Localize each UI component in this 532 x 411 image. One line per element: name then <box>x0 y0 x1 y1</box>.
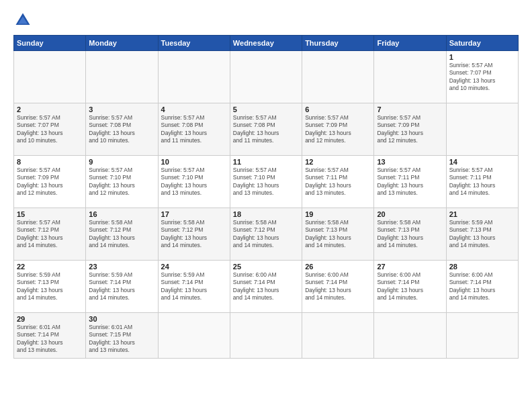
day-number: 29 <box>17 315 83 323</box>
day-info: Sunrise: 5:57 AMSunset: 7:10 PMDaylight:… <box>89 167 135 196</box>
calendar-cell <box>374 51 446 103</box>
calendar-cell <box>446 103 518 156</box>
calendar-cell: 7Sunrise: 5:57 AMSunset: 7:09 PMDaylight… <box>374 103 446 156</box>
day-info: Sunrise: 5:57 AMSunset: 7:10 PMDaylight:… <box>161 167 208 196</box>
day-info: Sunrise: 5:58 AMSunset: 7:13 PMDaylight:… <box>377 219 423 248</box>
day-number: 22 <box>17 263 83 271</box>
calendar-cell: 24Sunrise: 5:59 AMSunset: 7:14 PMDayligh… <box>158 261 230 313</box>
calendar-cell: 8Sunrise: 5:57 AMSunset: 7:09 PMDaylight… <box>14 156 86 208</box>
col-header-sunday: Sunday <box>14 36 86 51</box>
col-header-monday: Monday <box>86 36 158 51</box>
logo <box>13 11 35 30</box>
calendar-cell: 2Sunrise: 5:57 AMSunset: 7:07 PMDaylight… <box>14 103 86 156</box>
day-info: Sunrise: 6:00 AMSunset: 7:14 PMDaylight:… <box>305 271 351 301</box>
col-header-friday: Friday <box>374 36 446 51</box>
calendar-cell: 14Sunrise: 5:57 AMSunset: 7:11 PMDayligh… <box>446 156 518 208</box>
day-number: 15 <box>17 210 83 218</box>
day-number: 11 <box>233 158 299 166</box>
day-info: Sunrise: 5:57 AMSunset: 7:07 PMDaylight:… <box>449 62 496 91</box>
calendar: SundayMondayTuesdayWednesdayThursdayFrid… <box>13 35 519 359</box>
calendar-cell: 17Sunrise: 5:58 AMSunset: 7:12 PMDayligh… <box>158 208 230 261</box>
calendar-cell <box>302 313 374 359</box>
day-number: 10 <box>161 158 227 166</box>
calendar-cell: 15Sunrise: 5:57 AMSunset: 7:12 PMDayligh… <box>14 208 86 261</box>
calendar-cell: 28Sunrise: 6:00 AMSunset: 7:14 PMDayligh… <box>446 261 518 313</box>
day-number: 14 <box>449 158 515 166</box>
day-info: Sunrise: 5:57 AMSunset: 7:12 PMDaylight:… <box>17 219 63 248</box>
logo-icon <box>13 11 32 30</box>
calendar-cell <box>158 313 230 359</box>
day-info: Sunrise: 6:01 AMSunset: 7:15 PMDaylight:… <box>89 324 135 353</box>
week-row-5: 22Sunrise: 5:59 AMSunset: 7:13 PMDayligh… <box>14 261 519 313</box>
day-number: 18 <box>233 210 299 218</box>
day-number: 6 <box>305 105 371 113</box>
day-number: 20 <box>377 210 443 218</box>
col-header-tuesday: Tuesday <box>158 36 230 51</box>
calendar-cell <box>374 313 446 359</box>
day-info: Sunrise: 6:00 AMSunset: 7:14 PMDaylight:… <box>449 271 496 301</box>
day-info: Sunrise: 5:57 AMSunset: 7:09 PMDaylight:… <box>17 167 63 196</box>
day-info: Sunrise: 5:57 AMSunset: 7:11 PMDaylight:… <box>305 167 351 196</box>
calendar-cell: 4Sunrise: 5:57 AMSunset: 7:08 PMDaylight… <box>158 103 230 156</box>
day-number: 27 <box>377 263 443 271</box>
day-number: 12 <box>305 158 371 166</box>
week-row-1: 1Sunrise: 5:57 AMSunset: 7:07 PMDaylight… <box>14 51 519 103</box>
day-number: 24 <box>161 263 227 271</box>
day-number: 19 <box>305 210 371 218</box>
calendar-cell <box>302 51 374 103</box>
day-number: 5 <box>233 105 299 113</box>
calendar-cell: 22Sunrise: 5:59 AMSunset: 7:13 PMDayligh… <box>14 261 86 313</box>
day-info: Sunrise: 5:59 AMSunset: 7:14 PMDaylight:… <box>161 271 208 301</box>
week-row-6: 29Sunrise: 6:01 AMSunset: 7:14 PMDayligh… <box>14 313 519 359</box>
calendar-cell <box>14 51 86 103</box>
day-number: 9 <box>89 158 154 166</box>
day-number: 30 <box>89 315 154 323</box>
day-info: Sunrise: 5:57 AMSunset: 7:10 PMDaylight:… <box>233 167 279 196</box>
day-number: 25 <box>233 263 299 271</box>
week-row-3: 8Sunrise: 5:57 AMSunset: 7:09 PMDaylight… <box>14 156 519 208</box>
day-number: 4 <box>161 105 227 113</box>
day-info: Sunrise: 5:59 AMSunset: 7:13 PMDaylight:… <box>449 219 496 248</box>
day-info: Sunrise: 5:59 AMSunset: 7:14 PMDaylight:… <box>89 271 135 301</box>
day-info: Sunrise: 5:57 AMSunset: 7:11 PMDaylight:… <box>377 167 423 196</box>
calendar-cell <box>86 51 158 103</box>
calendar-cell <box>230 51 302 103</box>
col-header-thursday: Thursday <box>302 36 374 51</box>
day-info: Sunrise: 6:00 AMSunset: 7:14 PMDaylight:… <box>377 271 423 301</box>
day-info: Sunrise: 5:58 AMSunset: 7:12 PMDaylight:… <box>89 219 135 248</box>
day-number: 28 <box>449 263 515 271</box>
day-number: 2 <box>17 105 83 113</box>
calendar-cell: 5Sunrise: 5:57 AMSunset: 7:08 PMDaylight… <box>230 103 302 156</box>
day-number: 1 <box>449 53 515 61</box>
day-number: 13 <box>377 158 443 166</box>
day-info: Sunrise: 5:57 AMSunset: 7:08 PMDaylight:… <box>233 114 279 144</box>
day-info: Sunrise: 5:57 AMSunset: 7:11 PMDaylight:… <box>449 167 496 196</box>
calendar-cell: 27Sunrise: 6:00 AMSunset: 7:14 PMDayligh… <box>374 261 446 313</box>
day-info: Sunrise: 6:01 AMSunset: 7:14 PMDaylight:… <box>17 324 63 353</box>
week-row-2: 2Sunrise: 5:57 AMSunset: 7:07 PMDaylight… <box>14 103 519 156</box>
day-number: 16 <box>89 210 154 218</box>
calendar-cell: 26Sunrise: 6:00 AMSunset: 7:14 PMDayligh… <box>302 261 374 313</box>
calendar-cell: 13Sunrise: 5:57 AMSunset: 7:11 PMDayligh… <box>374 156 446 208</box>
header-row: SundayMondayTuesdayWednesdayThursdayFrid… <box>14 36 519 51</box>
col-header-wednesday: Wednesday <box>230 36 302 51</box>
calendar-cell: 21Sunrise: 5:59 AMSunset: 7:13 PMDayligh… <box>446 208 518 261</box>
calendar-cell: 1Sunrise: 5:57 AMSunset: 7:07 PMDaylight… <box>446 51 518 103</box>
day-number: 26 <box>305 263 371 271</box>
day-number: 23 <box>89 263 154 271</box>
calendar-cell: 10Sunrise: 5:57 AMSunset: 7:10 PMDayligh… <box>158 156 230 208</box>
day-info: Sunrise: 5:58 AMSunset: 7:12 PMDaylight:… <box>233 219 279 248</box>
calendar-cell: 29Sunrise: 6:01 AMSunset: 7:14 PMDayligh… <box>14 313 86 359</box>
calendar-cell: 23Sunrise: 5:59 AMSunset: 7:14 PMDayligh… <box>86 261 158 313</box>
day-info: Sunrise: 5:57 AMSunset: 7:09 PMDaylight:… <box>305 114 351 144</box>
calendar-cell: 16Sunrise: 5:58 AMSunset: 7:12 PMDayligh… <box>86 208 158 261</box>
day-number: 8 <box>17 158 83 166</box>
day-info: Sunrise: 6:00 AMSunset: 7:14 PMDaylight:… <box>233 271 279 301</box>
calendar-cell: 20Sunrise: 5:58 AMSunset: 7:13 PMDayligh… <box>374 208 446 261</box>
calendar-cell: 30Sunrise: 6:01 AMSunset: 7:15 PMDayligh… <box>86 313 158 359</box>
day-info: Sunrise: 5:57 AMSunset: 7:09 PMDaylight:… <box>377 114 423 144</box>
calendar-cell: 19Sunrise: 5:58 AMSunset: 7:13 PMDayligh… <box>302 208 374 261</box>
calendar-cell <box>446 313 518 359</box>
header <box>13 11 519 30</box>
day-info: Sunrise: 5:57 AMSunset: 7:08 PMDaylight:… <box>89 114 135 144</box>
